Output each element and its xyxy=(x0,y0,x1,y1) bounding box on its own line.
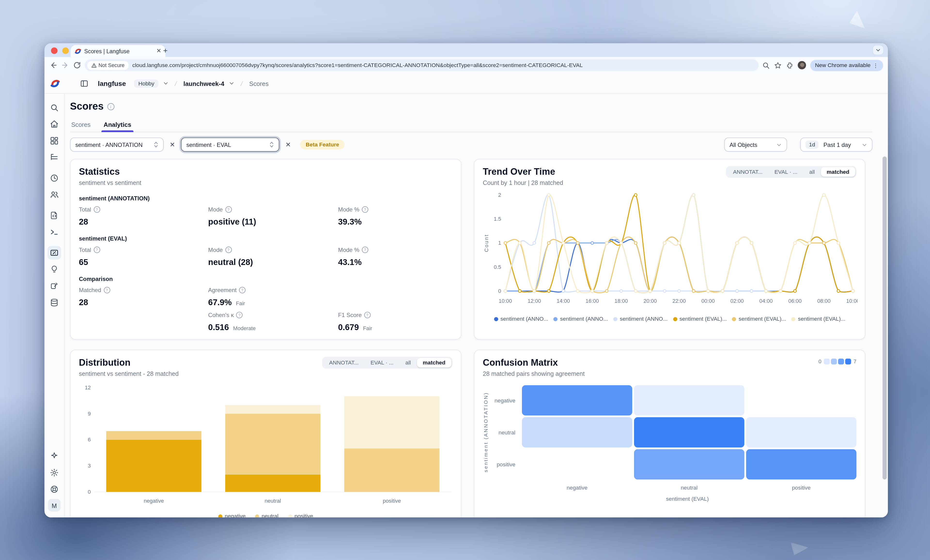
help-icon[interactable]: ? xyxy=(104,287,110,293)
sidebar-item-scores[interactable] xyxy=(48,246,61,259)
confusion-cell-negative-negative[interactable] xyxy=(522,385,632,416)
toggle-eval-[interactable]: EVAL · ... xyxy=(768,167,803,176)
date-range-select[interactable]: 1d Past 1 day xyxy=(800,138,873,152)
remove-score1-button[interactable]: ✕ xyxy=(169,141,176,149)
legend-dot xyxy=(673,317,677,321)
org-name[interactable]: langfuse xyxy=(98,80,126,87)
sidebar-item-playground[interactable] xyxy=(48,225,61,239)
toggle-matched[interactable]: matched xyxy=(821,167,855,176)
bookmark-star-icon[interactable] xyxy=(774,61,782,69)
legend-item: negative xyxy=(218,513,246,517)
tab-search-chevron-icon[interactable] xyxy=(873,46,883,55)
toggle-eval-[interactable]: EVAL · ... xyxy=(365,358,399,367)
svg-text:positive: positive xyxy=(383,498,401,504)
browser-tab[interactable]: Scores | Langfuse ✕ xyxy=(71,45,165,57)
users-icon xyxy=(50,190,59,199)
object-type-select[interactable]: All Objects xyxy=(724,138,787,152)
user-avatar[interactable]: M xyxy=(48,499,60,511)
sidebar-item-users[interactable] xyxy=(48,188,61,201)
close-window-button[interactable] xyxy=(51,47,58,54)
help-icon[interactable]: ? xyxy=(94,247,100,253)
remove-score2-button[interactable]: ✕ xyxy=(284,141,292,149)
help-icon[interactable]: ? xyxy=(225,206,231,213)
info-icon[interactable]: i xyxy=(107,103,114,110)
sidebar-item-dashboard[interactable] xyxy=(48,134,61,147)
toggle-annotat-[interactable]: ANNOTAT... xyxy=(727,167,768,176)
sidebar-item-evaluators[interactable] xyxy=(48,262,61,276)
browser-profile-avatar[interactable] xyxy=(798,61,806,69)
org-switcher-chevron-icon[interactable] xyxy=(163,81,169,86)
toggle-matched[interactable]: matched xyxy=(417,358,451,367)
confusion-x-axis-label: sentiment (EVAL) xyxy=(483,496,856,502)
not-secure-label: Not Secure xyxy=(99,62,125,68)
project-name[interactable]: launchweek-4 xyxy=(183,80,224,87)
minimize-window-button[interactable] xyxy=(62,47,69,54)
sidebar-item-ai-assistant[interactable] xyxy=(48,449,61,463)
help-icon[interactable]: ? xyxy=(236,312,243,318)
help-icon[interactable]: ? xyxy=(364,312,371,318)
toggle-all[interactable]: all xyxy=(399,358,417,367)
help-icon[interactable]: ? xyxy=(225,247,231,253)
sidebar-item-annotation-queues[interactable] xyxy=(48,279,61,293)
help-icon[interactable]: ? xyxy=(239,287,246,293)
home-icon xyxy=(50,120,59,129)
trend-subtitle: Count by 1 hour | 28 matched xyxy=(483,180,856,186)
tab-scores[interactable]: Scores xyxy=(70,118,92,132)
stat-label: Mode? xyxy=(208,247,338,253)
confusion-cell-positive-neutral[interactable] xyxy=(634,449,744,479)
help-icon[interactable]: ? xyxy=(362,247,368,253)
stat-metric xyxy=(79,312,208,332)
sidebar-item-support[interactable] xyxy=(48,482,61,496)
tab-analytics[interactable]: Analytics xyxy=(102,118,132,132)
stat-metric: F1 Score?0.679Fair xyxy=(338,312,453,332)
sidebar-item-home[interactable] xyxy=(48,117,61,131)
settings-icon xyxy=(50,468,59,477)
svg-text:12: 12 xyxy=(85,385,91,391)
trend-view-toggle: ANNOTAT...EVAL · ...allmatched xyxy=(726,166,856,178)
new-tab-button[interactable]: + xyxy=(163,46,168,55)
sidebar-item-prompts[interactable] xyxy=(48,209,61,222)
extensions-icon[interactable] xyxy=(786,61,794,69)
stat-label: Mode? xyxy=(208,206,338,213)
not-secure-chip[interactable]: Not Secure xyxy=(87,61,129,70)
app-header: langfuse Hobby / launchweek-4 / Scores xyxy=(45,74,888,94)
confusion-cell-neutral-neutral[interactable] xyxy=(634,417,744,448)
range-short-chip: 1d xyxy=(805,140,819,149)
sessions-icon xyxy=(50,174,59,183)
sidebar-item-search[interactable] xyxy=(48,101,61,114)
sidebar-item-tracing[interactable] xyxy=(48,150,61,164)
toggle-all[interactable]: all xyxy=(803,167,821,176)
sidebar-toggle-icon[interactable] xyxy=(80,79,88,87)
kebab-menu-icon[interactable]: ⋮ xyxy=(873,62,878,69)
scrollbar-thumb[interactable] xyxy=(882,156,887,480)
chrome-update-pill[interactable]: New Chrome available ⋮ xyxy=(810,60,883,71)
sidebar-item-settings[interactable] xyxy=(48,466,61,479)
project-switcher-chevron-icon[interactable] xyxy=(229,81,234,86)
sidebar-item-datasets[interactable] xyxy=(48,296,61,309)
confusion-cell-negative-positive[interactable] xyxy=(746,385,857,416)
svg-text:10:00: 10:00 xyxy=(499,298,512,304)
help-icon[interactable]: ? xyxy=(362,206,368,213)
confusion-cell-positive-negative[interactable] xyxy=(522,449,632,479)
address-bar[interactable]: Not Secure cloud.langfuse.com/project/cm… xyxy=(85,59,759,71)
confusion-cell-positive-positive[interactable] xyxy=(746,449,857,479)
zoom-page-icon[interactable] xyxy=(762,61,770,69)
score2-select[interactable]: sentiment · EVAL xyxy=(181,138,279,152)
legend-dot xyxy=(494,317,498,321)
svg-text:02:00: 02:00 xyxy=(730,298,744,304)
legend-dot xyxy=(732,317,736,321)
legend-dot xyxy=(613,317,617,321)
reload-icon[interactable] xyxy=(73,61,81,69)
confusion-cell-neutral-negative[interactable] xyxy=(522,417,632,448)
confusion-cell-negative-neutral[interactable] xyxy=(634,385,744,416)
score1-value: sentiment · ANNOTATION xyxy=(75,141,143,148)
back-icon[interactable] xyxy=(49,61,57,69)
ai-assistant-icon xyxy=(50,451,59,460)
toggle-annotat-[interactable]: ANNOTAT... xyxy=(323,358,365,367)
confusion-cell-neutral-positive[interactable] xyxy=(746,417,857,448)
sidebar-item-sessions[interactable] xyxy=(48,171,61,185)
forward-icon[interactable] xyxy=(61,61,69,69)
help-icon[interactable]: ? xyxy=(94,206,100,213)
score1-select[interactable]: sentiment · ANNOTATION xyxy=(70,138,164,152)
tab-close-icon[interactable]: ✕ xyxy=(157,48,162,54)
